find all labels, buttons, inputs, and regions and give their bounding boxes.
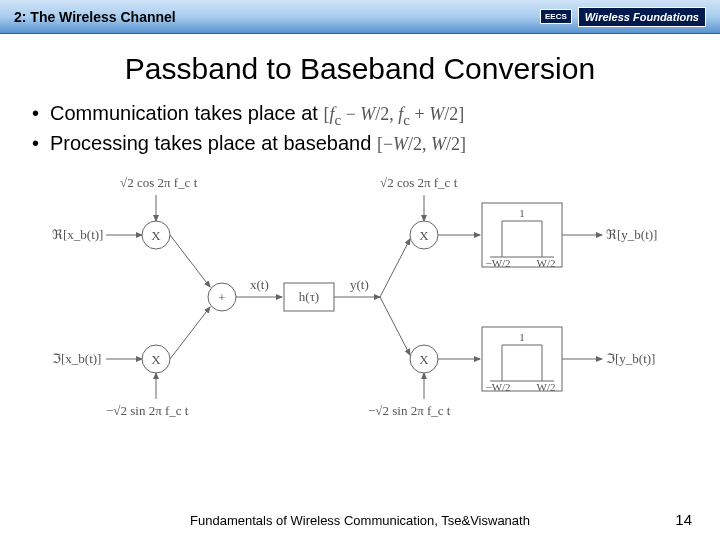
label-in-imag: ℑ[x_b(t)] (52, 351, 101, 366)
header-banner: 2: The Wireless Channel EECS Wireless Fo… (0, 0, 720, 34)
svg-text:1: 1 (519, 331, 525, 343)
label-rx-cos: √2 cos 2π f_c t (380, 175, 458, 190)
svg-line-7 (170, 307, 210, 359)
bullet-math: [−W/2, W/2] (377, 134, 466, 154)
bullet-math: [fc − W/2, fc + W/2] (323, 104, 464, 124)
chapter-label: 2: The Wireless Channel (14, 9, 176, 25)
label-channel: h(τ) (299, 289, 319, 304)
label-out-imag: ℑ[y_b(t)] (606, 351, 655, 366)
bullet-text: Communication takes place at (50, 102, 318, 124)
label-in-real: ℜ[x_b(t)] (52, 227, 103, 242)
bullet-item: Communication takes place at [fc − W/2, … (28, 100, 692, 130)
bullet-item: Processing takes place at baseband [−W/2… (28, 130, 692, 157)
footer-text: Fundamentals of Wireless Communication, … (0, 513, 720, 528)
label-rx-neg-sin: −√2 sin 2π f_c t (368, 403, 451, 418)
svg-line-12 (380, 297, 410, 355)
bullet-text: Processing takes place at baseband (50, 132, 371, 154)
svg-text:X: X (419, 228, 429, 243)
svg-line-6 (170, 235, 210, 287)
svg-text:+: + (218, 290, 225, 305)
eecs-logo: EECS (540, 9, 572, 24)
label-tx-cos: √2 cos 2π f_c t (120, 175, 198, 190)
label-xt: x(t) (250, 277, 269, 292)
label-yt: y(t) (350, 277, 369, 292)
svg-text:W/2: W/2 (537, 257, 556, 269)
label-tx-neg-sin: −√2 sin 2π f_c t (106, 403, 189, 418)
svg-line-11 (380, 239, 410, 297)
wf-logo: Wireless Foundations (578, 7, 706, 27)
block-diagram: ℜ[x_b(t)] ℑ[x_b(t)] X X √2 cos 2π f_c t … (50, 167, 670, 431)
svg-text:X: X (151, 228, 161, 243)
label-out-real: ℜ[y_b(t)] (606, 227, 657, 242)
bullet-list: Communication takes place at [fc − W/2, … (28, 100, 692, 157)
svg-text:X: X (419, 352, 429, 367)
svg-text:X: X (151, 352, 161, 367)
logo-group: EECS Wireless Foundations (540, 7, 706, 27)
svg-text:−W/2: −W/2 (485, 381, 510, 393)
slide-title: Passband to Baseband Conversion (10, 52, 710, 86)
page-number: 14 (675, 511, 692, 528)
svg-text:1: 1 (519, 207, 525, 219)
svg-text:W/2: W/2 (537, 381, 556, 393)
svg-text:−W/2: −W/2 (485, 257, 510, 269)
